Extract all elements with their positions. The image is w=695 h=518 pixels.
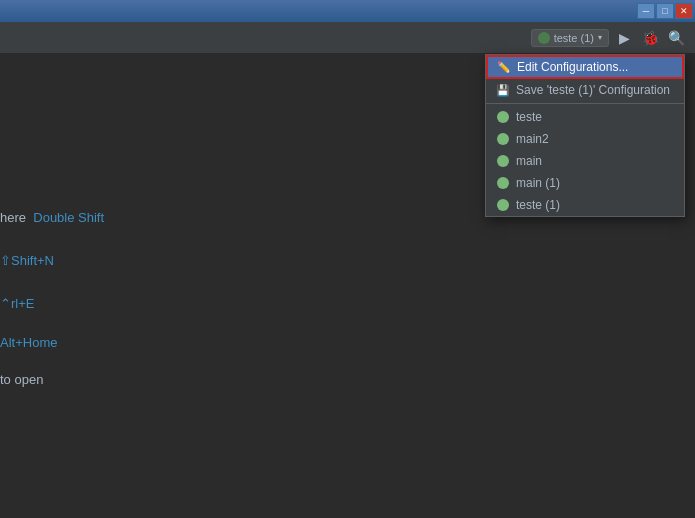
config-main1-item[interactable]: main (1): [486, 172, 684, 194]
edit-config-icon: ✏️: [497, 60, 511, 74]
toolbar: teste (1) ▾ ▶ 🐞 🔍: [0, 22, 695, 54]
debug-button[interactable]: 🐞: [639, 27, 661, 49]
config-main2-item[interactable]: main2: [486, 128, 684, 150]
config-teste-item[interactable]: teste: [486, 106, 684, 128]
shortcut-key-shift-n: ⇧Shift+N: [0, 253, 54, 268]
search-button[interactable]: 🔍: [665, 27, 687, 49]
run-config-dropdown[interactable]: teste (1) ▾: [531, 29, 609, 47]
maximize-button[interactable]: □: [656, 3, 674, 19]
edit-configurations-label: Edit Configurations...: [517, 60, 628, 74]
run-button[interactable]: ▶: [613, 27, 635, 49]
save-config-icon: 💾: [496, 83, 510, 97]
menu-separator: [486, 103, 684, 104]
save-configuration-item[interactable]: 💾 Save 'teste (1)' Configuration: [486, 79, 684, 101]
run-config-icon: [538, 32, 550, 44]
shortcut-to-open: to open: [0, 372, 43, 387]
config-main2-icon: [496, 132, 510, 146]
dropdown-arrow-icon: ▾: [598, 33, 602, 42]
shortcut-key-double-shift: Double Shift: [33, 210, 104, 225]
shortcut-recent-files: ⌃rl+E: [0, 296, 34, 311]
shortcut-to-open-label: to open: [0, 372, 43, 387]
config-main2-label: main2: [516, 132, 549, 146]
shortcut-prefix-here: here: [0, 210, 30, 225]
config-main-icon: [496, 154, 510, 168]
run-config-menu: ✏️ Edit Configurations... 💾 Save 'teste …: [485, 54, 685, 217]
config-main-item[interactable]: main: [486, 150, 684, 172]
config-main-label: main: [516, 154, 542, 168]
shortcut-new-file: ⇧Shift+N: [0, 253, 54, 268]
config-teste1-icon: [496, 198, 510, 212]
config-main1-icon: [496, 176, 510, 190]
shortcut-search-everywhere: here Double Shift: [0, 210, 104, 225]
close-button[interactable]: ✕: [675, 3, 693, 19]
shortcut-key-ctrl-e: ⌃rl+E: [0, 296, 34, 311]
config-teste-label: teste: [516, 110, 542, 124]
config-teste-icon: [496, 110, 510, 124]
shortcut-key-alt-home: Alt+Home: [0, 335, 57, 350]
shortcut-nav-bar: Alt+Home: [0, 335, 57, 350]
save-configuration-label: Save 'teste (1)' Configuration: [516, 83, 670, 97]
edit-configurations-item[interactable]: ✏️ Edit Configurations...: [486, 55, 684, 79]
config-main1-label: main (1): [516, 176, 560, 190]
config-teste1-item[interactable]: teste (1): [486, 194, 684, 216]
run-config-label: teste (1): [554, 32, 594, 44]
config-teste1-label: teste (1): [516, 198, 560, 212]
minimize-button[interactable]: ─: [637, 3, 655, 19]
title-bar: ─ □ ✕: [0, 0, 695, 22]
window-controls[interactable]: ─ □ ✕: [637, 3, 693, 19]
